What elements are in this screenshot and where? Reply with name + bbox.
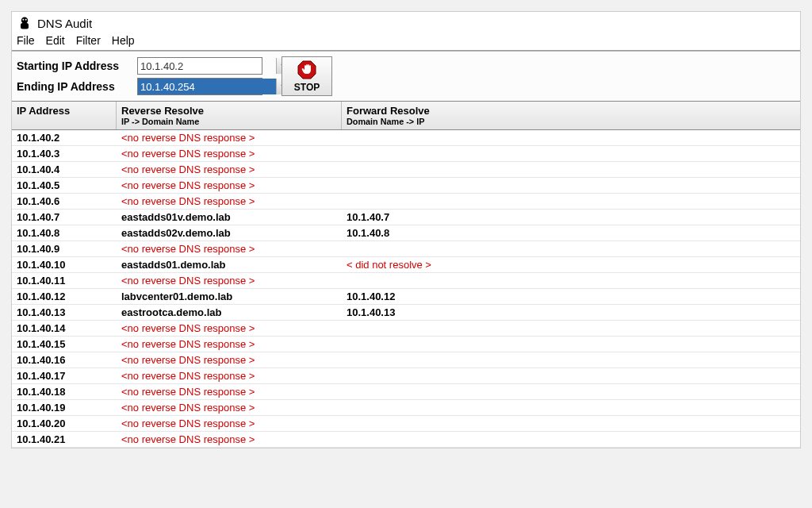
cell-forward: 10.1.40.13 xyxy=(342,306,800,318)
table-row[interactable]: 10.1.40.7eastadds01v.demo.lab10.1.40.7 xyxy=(12,210,800,225)
col-reverse-title: Reverse Resolve xyxy=(121,105,204,117)
end-ip-combo[interactable] xyxy=(137,78,262,95)
cell-reverse: <no reverse DNS response > xyxy=(117,418,342,429)
table-header: IP Address Reverse Resolve IP -> Domain … xyxy=(12,102,800,130)
table-row[interactable]: 10.1.40.15<no reverse DNS response > xyxy=(12,337,800,352)
table-row[interactable]: 10.1.40.10eastadds01.demo.lab< did not r… xyxy=(12,257,800,273)
start-ip-label: Starting IP Address xyxy=(17,60,137,72)
table-row[interactable]: 10.1.40.9<no reverse DNS response > xyxy=(12,241,800,257)
cell-ip: 10.1.40.13 xyxy=(12,306,117,318)
cell-ip: 10.1.40.7 xyxy=(12,211,117,223)
col-forward-title: Forward Resolve xyxy=(347,105,430,117)
cell-forward: 10.1.40.7 xyxy=(342,211,800,223)
table-row[interactable]: 10.1.40.3<no reverse DNS response > xyxy=(12,146,800,162)
cell-reverse: <no reverse DNS response > xyxy=(117,164,342,175)
cell-ip: 10.1.40.16 xyxy=(12,354,117,366)
table-row[interactable]: 10.1.40.16<no reverse DNS response > xyxy=(12,352,800,368)
cell-reverse: eastadds01v.demo.lab xyxy=(117,211,342,223)
table-row[interactable]: 10.1.40.18<no reverse DNS response > xyxy=(12,384,800,400)
col-forward-header[interactable]: Forward Resolve Domain Name -> IP xyxy=(342,102,800,129)
cell-forward: < did not resolve > xyxy=(342,259,800,271)
start-ip-input[interactable] xyxy=(138,58,276,74)
svg-point-0 xyxy=(21,17,28,24)
col-ip-title: IP Address xyxy=(17,105,70,117)
col-reverse-sub: IP -> Domain Name xyxy=(121,117,336,126)
menu-edit[interactable]: Edit xyxy=(46,34,65,47)
menu-filter[interactable]: Filter xyxy=(76,34,101,47)
window-title: DNS Audit xyxy=(37,17,92,30)
toolbar: Starting IP Address Ending IP Address xyxy=(12,52,800,101)
cell-ip: 10.1.40.5 xyxy=(12,179,117,191)
cell-reverse: eastrootca.demo.lab xyxy=(117,306,342,318)
cell-ip: 10.1.40.15 xyxy=(12,338,117,350)
cell-ip: 10.1.40.11 xyxy=(12,275,117,287)
cell-ip: 10.1.40.6 xyxy=(12,195,117,207)
stop-button-label: STOP xyxy=(294,82,320,93)
col-ip-header[interactable]: IP Address xyxy=(12,102,117,129)
table-row[interactable]: 10.1.40.20<no reverse DNS response > xyxy=(12,416,800,432)
cell-ip: 10.1.40.8 xyxy=(12,227,117,239)
table-row[interactable]: 10.1.40.5<no reverse DNS response > xyxy=(12,178,800,194)
table-row[interactable]: 10.1.40.11<no reverse DNS response > xyxy=(12,273,800,289)
cell-reverse: <no reverse DNS response > xyxy=(117,179,342,191)
table-row[interactable]: 10.1.40.14<no reverse DNS response > xyxy=(12,321,800,337)
cell-ip: 10.1.40.14 xyxy=(12,322,117,334)
cell-reverse: <no reverse DNS response > xyxy=(117,132,342,144)
cell-ip: 10.1.40.20 xyxy=(12,418,117,429)
end-ip-input[interactable] xyxy=(138,79,276,94)
table-row[interactable]: 10.1.40.12labvcenter01.demo.lab10.1.40.1… xyxy=(12,289,800,305)
cell-reverse: <no reverse DNS response > xyxy=(117,386,342,398)
title-bar: DNS Audit xyxy=(12,12,800,33)
cell-ip: 10.1.40.17 xyxy=(12,370,117,382)
cell-reverse: <no reverse DNS response > xyxy=(117,275,342,287)
table-row[interactable]: 10.1.40.13eastrootca.demo.lab10.1.40.13 xyxy=(12,305,800,321)
menu-file[interactable]: File xyxy=(17,34,35,47)
menu-help[interactable]: Help xyxy=(112,34,135,47)
cell-reverse: eastadds02v.demo.lab xyxy=(117,227,342,239)
stop-icon xyxy=(297,60,317,80)
cell-ip: 10.1.40.12 xyxy=(12,291,117,302)
app-icon xyxy=(17,15,33,31)
table-row[interactable]: 10.1.40.6<no reverse DNS response > xyxy=(12,194,800,210)
cell-reverse: <no reverse DNS response > xyxy=(117,322,342,334)
table-row[interactable]: 10.1.40.4<no reverse DNS response > xyxy=(12,162,800,178)
cell-forward: 10.1.40.12 xyxy=(342,291,800,302)
col-reverse-header[interactable]: Reverse Resolve IP -> Domain Name xyxy=(117,102,342,129)
table-body: 10.1.40.2<no reverse DNS response >10.1.… xyxy=(12,130,800,448)
end-ip-label: Ending IP Address xyxy=(17,80,137,93)
svg-rect-1 xyxy=(21,23,29,29)
start-ip-combo[interactable] xyxy=(137,57,262,75)
svg-point-3 xyxy=(25,19,27,21)
cell-ip: 10.1.40.18 xyxy=(12,386,117,398)
cell-ip: 10.1.40.3 xyxy=(12,148,117,160)
table-row[interactable]: 10.1.40.19<no reverse DNS response > xyxy=(12,400,800,416)
cell-reverse: labvcenter01.demo.lab xyxy=(117,291,342,302)
cell-reverse: <no reverse DNS response > xyxy=(117,370,342,382)
table-row[interactable]: 10.1.40.8eastadds02v.demo.lab10.1.40.8 xyxy=(12,225,800,241)
cell-reverse: eastadds01.demo.lab xyxy=(117,259,342,271)
cell-reverse: <no reverse DNS response > xyxy=(117,338,342,350)
cell-forward: 10.1.40.8 xyxy=(342,227,800,239)
table-row[interactable]: 10.1.40.21<no reverse DNS response > xyxy=(12,432,800,448)
cell-reverse: <no reverse DNS response > xyxy=(117,433,342,445)
cell-ip: 10.1.40.21 xyxy=(12,433,117,445)
col-forward-sub: Domain Name -> IP xyxy=(347,117,795,126)
cell-ip: 10.1.40.2 xyxy=(12,132,117,144)
cell-reverse: <no reverse DNS response > xyxy=(117,354,342,366)
table-row[interactable]: 10.1.40.2<no reverse DNS response > xyxy=(12,130,800,146)
stop-button[interactable]: STOP xyxy=(282,56,332,96)
cell-ip: 10.1.40.4 xyxy=(12,164,117,175)
menu-bar: File Edit Filter Help xyxy=(12,33,800,50)
table-row[interactable]: 10.1.40.17<no reverse DNS response > xyxy=(12,368,800,384)
cell-ip: 10.1.40.19 xyxy=(12,402,117,414)
cell-reverse: <no reverse DNS response > xyxy=(117,195,342,207)
svg-point-2 xyxy=(22,19,24,21)
cell-reverse: <no reverse DNS response > xyxy=(117,243,342,255)
app-window: DNS Audit File Edit Filter Help Starting… xyxy=(11,11,801,448)
cell-reverse: <no reverse DNS response > xyxy=(117,402,342,414)
cell-reverse: <no reverse DNS response > xyxy=(117,148,342,160)
cell-ip: 10.1.40.9 xyxy=(12,243,117,255)
results-table: IP Address Reverse Resolve IP -> Domain … xyxy=(12,101,800,448)
cell-ip: 10.1.40.10 xyxy=(12,259,117,271)
